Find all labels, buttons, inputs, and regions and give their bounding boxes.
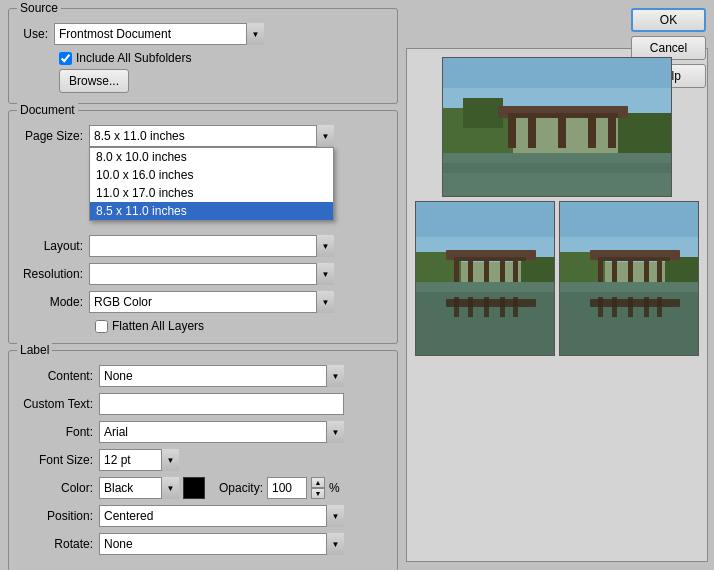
svg-rect-11	[608, 118, 616, 148]
mode-row: Mode: RGB Color ▼	[19, 291, 387, 313]
ok-button[interactable]: OK	[631, 8, 706, 32]
content-select[interactable]: None	[99, 365, 344, 387]
mode-select[interactable]: RGB Color	[89, 291, 334, 313]
resolution-label: Resolution:	[19, 267, 89, 281]
browse-button-row: Browse...	[59, 69, 387, 93]
opacity-down[interactable]: ▼	[311, 488, 325, 499]
svg-rect-10	[588, 118, 596, 148]
page-size-select-display[interactable]: 8.5 x 11.0 inches	[89, 125, 334, 147]
color-select-wrapper: Black ▼	[99, 477, 179, 499]
layout-select[interactable]	[89, 235, 334, 257]
resolution-select[interactable]	[89, 263, 334, 285]
svg-rect-21	[468, 260, 473, 285]
bridge-svg-small-2	[560, 202, 699, 356]
svg-rect-43	[657, 260, 662, 285]
page-size-select-wrapper[interactable]: 8.5 x 11.0 inches ▼	[89, 125, 334, 147]
preview-image-small-2	[559, 201, 699, 356]
layout-label: Layout:	[19, 239, 89, 253]
source-group-label: Source	[17, 1, 61, 15]
svg-rect-41	[628, 260, 633, 285]
color-label: Color:	[19, 481, 99, 495]
preview-area	[406, 48, 708, 562]
svg-rect-8	[528, 118, 536, 148]
left-panel: Source Use: Frontmost Document File Fold…	[8, 8, 398, 562]
dd-item-3[interactable]: 11.0 x 17.0 inches	[90, 184, 333, 202]
document-group: Document Page Size: 8.5 x 11.0 inches ▼ …	[8, 110, 398, 344]
rotate-select[interactable]: None	[99, 533, 344, 555]
page-size-row: Page Size: 8.5 x 11.0 inches ▼ 8.0 x 10.…	[19, 125, 387, 147]
rotate-label: Rotate:	[19, 537, 99, 551]
label-group-label: Label	[17, 343, 52, 357]
svg-rect-12	[443, 153, 672, 197]
svg-rect-27	[446, 299, 536, 307]
svg-rect-28	[454, 297, 459, 317]
opacity-percent: %	[329, 481, 340, 495]
document-group-label: Document	[17, 103, 78, 117]
rotate-row: Rotate: None ▼	[19, 533, 387, 555]
browse-button[interactable]: Browse...	[59, 69, 129, 93]
opacity-row: ▲ ▼ %	[267, 477, 340, 499]
svg-rect-31	[500, 297, 505, 317]
source-use-label: Use:	[19, 27, 54, 41]
svg-rect-49	[628, 297, 633, 317]
source-use-select[interactable]: Frontmost Document File Folder	[54, 23, 264, 45]
content-select-wrapper: None ▼	[99, 365, 344, 387]
font-size-select-wrapper: 12 pt ▼	[99, 449, 179, 471]
svg-rect-23	[500, 260, 505, 285]
source-use-select-wrapper: Frontmost Document File Folder ▼	[54, 23, 264, 45]
svg-rect-24	[513, 260, 518, 285]
svg-rect-48	[612, 297, 617, 317]
bridge-svg-large	[443, 58, 672, 197]
opacity-label: Opacity:	[219, 481, 263, 495]
resolution-select-wrapper: ▼	[89, 263, 334, 285]
color-select[interactable]: Black	[99, 477, 179, 499]
svg-rect-47	[598, 297, 603, 317]
svg-rect-30	[484, 297, 489, 317]
svg-rect-7	[508, 118, 516, 148]
preview-image-small-1	[415, 201, 555, 356]
page-size-selected-value: 8.5 x 11.0 inches	[94, 129, 185, 143]
opacity-input[interactable]	[267, 477, 307, 499]
position-row: Position: Centered ▼	[19, 505, 387, 527]
source-use-row: Use: Frontmost Document File Folder ▼	[19, 23, 387, 45]
font-size-select[interactable]: 12 pt	[99, 449, 179, 471]
font-size-row: Font Size: 12 pt ▼	[19, 449, 387, 471]
preview-image-large	[442, 57, 672, 197]
custom-text-row: Custom Text:	[19, 393, 387, 415]
svg-rect-6	[508, 113, 618, 118]
bridge-svg-small-1	[416, 202, 555, 356]
color-row: Color: Black ▼ Opacity: ▲ ▼ %	[19, 477, 387, 499]
opacity-up[interactable]: ▲	[311, 477, 325, 488]
color-swatch[interactable]	[183, 477, 205, 499]
right-panel	[406, 8, 708, 562]
svg-rect-40	[612, 260, 617, 285]
include-subfolders-label: Include All Subfolders	[76, 51, 191, 65]
svg-rect-3	[463, 98, 503, 128]
svg-rect-22	[484, 260, 489, 285]
svg-rect-29	[468, 297, 473, 317]
svg-rect-32	[513, 297, 518, 317]
preview-bottom	[415, 201, 699, 356]
font-select[interactable]: Arial	[99, 421, 344, 443]
custom-text-input[interactable]	[99, 393, 344, 415]
content-row: Content: None ▼	[19, 365, 387, 387]
rotate-select-wrapper: None ▼	[99, 533, 344, 555]
font-row: Font: Arial ▼	[19, 421, 387, 443]
font-select-wrapper: Arial ▼	[99, 421, 344, 443]
include-subfolders-checkbox[interactable]	[59, 52, 72, 65]
svg-rect-51	[657, 297, 662, 317]
svg-rect-9	[558, 118, 566, 148]
dd-item-2[interactable]: 10.0 x 16.0 inches	[90, 166, 333, 184]
resolution-row: Resolution: ▼	[19, 263, 387, 285]
label-group: Label Content: None ▼ Custom Text: Font:	[8, 350, 398, 570]
include-subfolders-row: Include All Subfolders	[59, 51, 387, 65]
svg-rect-13	[443, 163, 672, 173]
flatten-checkbox[interactable]	[95, 320, 108, 333]
page-size-dropdown-container: 8.5 x 11.0 inches ▼ 8.0 x 10.0 inches 10…	[89, 125, 334, 147]
position-select[interactable]: Centered	[99, 505, 344, 527]
dd-item-4[interactable]: 8.5 x 11.0 inches	[90, 202, 333, 220]
svg-rect-46	[590, 299, 680, 307]
dd-item-1[interactable]: 8.0 x 10.0 inches	[90, 148, 333, 166]
source-group: Source Use: Frontmost Document File Fold…	[8, 8, 398, 104]
content-label: Content:	[19, 369, 99, 383]
